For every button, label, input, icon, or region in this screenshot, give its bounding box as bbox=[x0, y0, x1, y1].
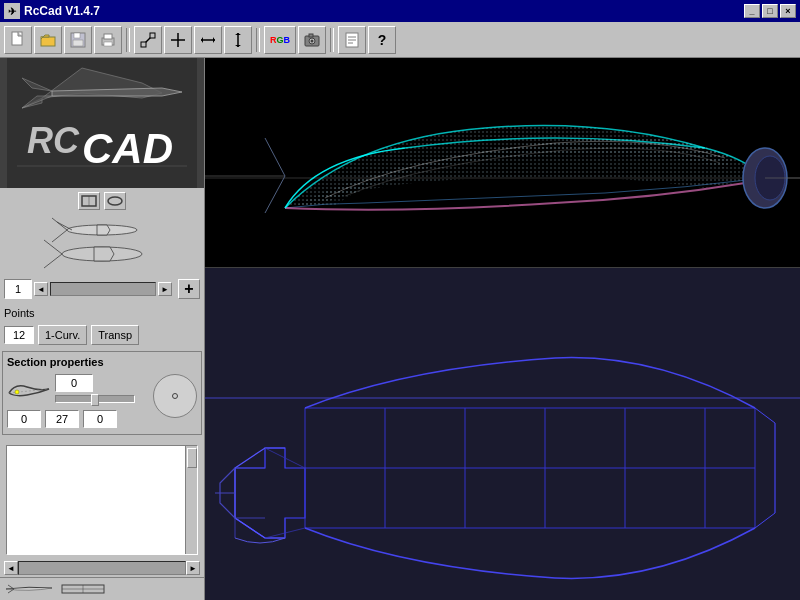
spinner-value: 1 bbox=[15, 283, 21, 295]
minimize-button[interactable]: _ bbox=[744, 4, 760, 18]
front-view-btn[interactable] bbox=[78, 192, 100, 210]
tool4-button[interactable] bbox=[224, 26, 252, 54]
spinner-display: 1 bbox=[4, 279, 32, 299]
svg-rect-3 bbox=[74, 33, 80, 38]
window-title: RcCad V1.4.7 bbox=[24, 4, 100, 18]
spinner-plus-btn[interactable]: + bbox=[178, 279, 200, 299]
side-view-btn[interactable] bbox=[104, 192, 126, 210]
sep1 bbox=[126, 28, 130, 52]
hscroll-right-btn[interactable]: ► bbox=[186, 561, 200, 575]
aircraft-icons-row bbox=[0, 216, 204, 271]
mode-icons-row bbox=[0, 192, 204, 210]
toolbar: RGB ? bbox=[0, 22, 800, 58]
svg-rect-7 bbox=[104, 42, 112, 46]
camera-button[interactable] bbox=[298, 26, 326, 54]
rgb-button[interactable]: RGB bbox=[264, 26, 296, 54]
svg-point-21 bbox=[311, 39, 314, 42]
view-mode-icon1 bbox=[4, 582, 54, 596]
tool1-button[interactable] bbox=[134, 26, 162, 54]
points-input-row: 1-Curv. Transp bbox=[0, 325, 204, 345]
bottom-list-container: ◄ ► bbox=[0, 439, 204, 577]
section-slider-area bbox=[55, 374, 149, 406]
section-input1[interactable] bbox=[55, 374, 93, 392]
svg-marker-14 bbox=[201, 37, 203, 43]
h-scroll-row: ◄ ► bbox=[4, 561, 200, 575]
hscroll-track[interactable] bbox=[18, 561, 186, 575]
svg-marker-15 bbox=[213, 37, 215, 43]
right-panel bbox=[205, 58, 800, 600]
slider-thumb bbox=[91, 394, 99, 406]
tool3-button[interactable] bbox=[194, 26, 222, 54]
maximize-button[interactable]: □ bbox=[762, 4, 778, 18]
svg-rect-34 bbox=[10, 216, 195, 271]
section-slider[interactable] bbox=[55, 395, 135, 403]
section-input3[interactable] bbox=[45, 410, 79, 428]
circle-indicator-container bbox=[153, 374, 197, 418]
curve-button[interactable]: 1-Curv. bbox=[38, 325, 87, 345]
sep3 bbox=[330, 28, 334, 52]
view-3d[interactable] bbox=[205, 58, 800, 268]
view-2d[interactable] bbox=[205, 268, 800, 600]
svg-rect-1 bbox=[41, 37, 55, 46]
svg-point-33 bbox=[108, 197, 122, 205]
spinner-track[interactable] bbox=[50, 282, 156, 296]
save-button[interactable] bbox=[64, 26, 92, 54]
sep2 bbox=[256, 28, 260, 52]
spinner-prev-btn[interactable]: ◄ bbox=[34, 282, 48, 296]
svg-text:RC: RC bbox=[27, 120, 80, 161]
2d-view-svg bbox=[205, 268, 800, 600]
section-properties-panel: Section properties bbox=[2, 351, 202, 435]
new-button[interactable] bbox=[4, 26, 32, 54]
transp-button[interactable]: Transp bbox=[91, 325, 139, 345]
spinner-row: 1 ◄ ► + bbox=[0, 279, 204, 299]
app-icon: ✈ bbox=[4, 3, 20, 19]
svg-rect-22 bbox=[309, 34, 313, 37]
airfoil-row bbox=[7, 374, 149, 406]
view-icons-row bbox=[0, 577, 204, 600]
section-input2[interactable] bbox=[7, 410, 41, 428]
svg-rect-4 bbox=[73, 40, 83, 46]
three-input-row bbox=[7, 410, 149, 428]
points-row: Points bbox=[0, 305, 204, 321]
title-bar: ✈ RcCad V1.4.7 _ □ × bbox=[0, 0, 800, 22]
airfoil-shape-icon bbox=[7, 375, 51, 405]
svg-rect-10 bbox=[150, 33, 155, 38]
svg-rect-0 bbox=[12, 32, 22, 45]
view-mode-icon2 bbox=[58, 582, 108, 596]
title-bar-buttons: _ □ × bbox=[744, 4, 796, 18]
spinner-next-btn[interactable]: ► bbox=[158, 282, 172, 296]
title-bar-left: ✈ RcCad V1.4.7 bbox=[4, 3, 100, 19]
svg-point-44 bbox=[15, 390, 19, 394]
svg-rect-6 bbox=[104, 34, 112, 39]
main-layout: RC CAD bbox=[0, 58, 800, 600]
points-input[interactable] bbox=[4, 326, 34, 344]
left-panel: RC CAD bbox=[0, 58, 205, 600]
circle-inner bbox=[172, 393, 178, 399]
3d-view-svg bbox=[205, 58, 800, 268]
bottom-list[interactable] bbox=[6, 445, 198, 555]
open-button[interactable] bbox=[34, 26, 62, 54]
list-scrollbar[interactable] bbox=[185, 446, 197, 554]
hscroll-left-btn[interactable]: ◄ bbox=[4, 561, 18, 575]
points-label: Points bbox=[4, 307, 35, 319]
tool2-button[interactable] bbox=[164, 26, 192, 54]
scrollbar-thumb[interactable] bbox=[187, 448, 197, 468]
circle-indicator bbox=[153, 374, 197, 418]
logo-svg: RC CAD bbox=[7, 58, 197, 188]
print-button[interactable] bbox=[94, 26, 122, 54]
svg-rect-9 bbox=[141, 42, 146, 47]
section-properties-title: Section properties bbox=[7, 356, 197, 368]
section-input4[interactable] bbox=[83, 410, 117, 428]
svg-marker-18 bbox=[235, 45, 241, 47]
aircraft-view-svg bbox=[10, 216, 195, 271]
svg-marker-17 bbox=[235, 33, 241, 35]
close-button[interactable]: × bbox=[780, 4, 796, 18]
section-props-controls bbox=[7, 374, 149, 430]
svg-text:CAD: CAD bbox=[82, 125, 173, 172]
help-button[interactable]: ? bbox=[368, 26, 396, 54]
doc-button[interactable] bbox=[338, 26, 366, 54]
logo-area: RC CAD bbox=[0, 58, 204, 188]
